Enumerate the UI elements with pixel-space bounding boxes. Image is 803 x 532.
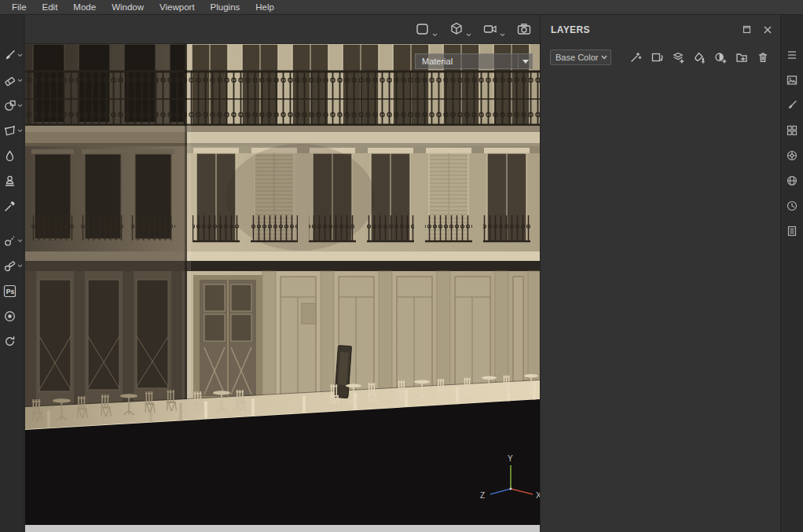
aperture-icon — [786, 149, 798, 162]
chevron-down-icon — [17, 264, 23, 268]
chevron-down-icon — [466, 33, 471, 37]
dock-tab-camera-settings[interactable] — [785, 149, 799, 163]
renderer-tool-button[interactable] — [0, 306, 24, 326]
dock-tab-environment-settings[interactable] — [785, 174, 799, 188]
chevron-down-icon — [518, 54, 532, 68]
delete-layer-button[interactable] — [757, 51, 769, 64]
add-folder-button[interactable] — [735, 51, 748, 64]
layers-panel-title: LAYERS — [551, 24, 731, 35]
paint-tool-button[interactable] — [0, 45, 24, 65]
channel-select-value: Base Color — [551, 53, 598, 62]
menu-edit[interactable]: Edit — [35, 0, 66, 15]
smudge-icon — [3, 149, 16, 163]
material-dropdown[interactable]: Material — [415, 53, 533, 69]
renderer-icon — [3, 310, 16, 323]
chevron-down-icon — [17, 104, 23, 108]
dock-tab-strip — [780, 15, 803, 532]
dock-tab-log[interactable] — [785, 224, 799, 238]
polygon-fill-tool-button[interactable] — [0, 120, 24, 141]
menu-window[interactable]: Window — [104, 0, 152, 15]
viewport-mesh-button[interactable] — [447, 20, 473, 39]
add-layer-button[interactable] — [672, 51, 684, 64]
paint-bucket-icon — [693, 51, 706, 64]
clone-tool-button[interactable] — [0, 171, 24, 191]
smart-material-icon — [714, 51, 727, 64]
float-panel-button[interactable] — [742, 24, 752, 35]
eraser-icon — [3, 74, 16, 87]
add-effect-button[interactable] — [629, 51, 642, 64]
add-smart-material-button[interactable] — [714, 51, 727, 64]
dock-tab-shader-settings[interactable] — [785, 98, 799, 112]
polygon-fill-icon — [3, 124, 16, 138]
particles-eraser-icon — [3, 259, 16, 273]
list-icon — [786, 49, 798, 61]
close-panel-button[interactable] — [763, 25, 772, 35]
cube-icon — [449, 21, 464, 37]
dock-tab-texture-set-settings[interactable] — [785, 73, 799, 87]
viewport-3d[interactable]: Y X Z Material — [25, 44, 540, 525]
particles-icon — [3, 234, 16, 248]
video-camera-icon — [482, 21, 498, 37]
eraser-tool-button[interactable] — [0, 70, 24, 90]
menu-mode[interactable]: Mode — [65, 0, 104, 15]
application-window: File Edit Mode Window Viewport Plugins H… — [0, 0, 803, 532]
dock-tab-texture-set-list[interactable] — [785, 48, 799, 62]
eyedropper-icon — [3, 200, 16, 213]
menu-file[interactable]: File — [4, 0, 35, 15]
photoshop-icon: Ps — [3, 284, 16, 298]
projection-icon — [3, 99, 16, 112]
add-mask-button[interactable] — [651, 51, 663, 64]
viewport-camera-button[interactable] — [481, 20, 507, 39]
particles-tool-button[interactable] — [0, 230, 24, 251]
magic-wand-icon — [629, 51, 642, 64]
rounded-rect-icon — [415, 21, 431, 37]
folder-plus-icon — [735, 51, 748, 64]
chevron-down-icon — [500, 33, 505, 37]
chevron-down-icon — [17, 79, 23, 83]
contextual-toolbar — [25, 15, 540, 44]
gizmo-y-label: Y — [508, 454, 513, 463]
menu-bar: File Edit Mode Window Viewport Plugins H… — [0, 0, 803, 15]
viewport-bottom-strip — [25, 525, 540, 532]
resources-updater-button[interactable] — [0, 331, 24, 351]
chevron-down-icon — [17, 239, 23, 243]
material-picker-tool-button[interactable] — [0, 196, 24, 216]
image-icon — [786, 74, 798, 86]
chevron-down-icon — [17, 53, 23, 57]
layer-actions — [629, 51, 769, 64]
grid-icon — [786, 124, 798, 137]
smudge-tool-button[interactable] — [0, 145, 24, 166]
add-fill-layer-button[interactable] — [693, 51, 706, 64]
trash-icon — [757, 51, 769, 64]
viewport-shape-button[interactable] — [413, 20, 439, 39]
layers-panel-header: LAYERS — [541, 15, 780, 44]
float-window-icon — [742, 24, 752, 35]
brush-icon — [3, 49, 16, 62]
close-icon — [763, 25, 772, 35]
projection-tool-button[interactable] — [0, 95, 24, 116]
refresh-icon — [3, 335, 16, 348]
mask-square-icon — [651, 51, 663, 64]
chevron-down-icon — [432, 33, 438, 37]
channel-select[interactable]: Base Color — [550, 50, 611, 65]
material-dropdown-value: Material — [416, 57, 518, 66]
viewport-scene: Y X Z — [25, 44, 540, 525]
tools-toolbar: Ps — [0, 15, 24, 532]
menu-help[interactable]: Help — [248, 0, 282, 15]
layers-list-empty[interactable] — [541, 71, 780, 532]
document-icon — [786, 225, 798, 237]
particles-eraser-tool-button[interactable] — [0, 255, 24, 276]
photoshop-plugin-button[interactable]: Ps — [0, 281, 24, 301]
menu-plugins[interactable]: Plugins — [203, 0, 248, 15]
layers-panel: LAYERS Base Color — [540, 15, 780, 532]
clone-stamp-icon — [3, 174, 16, 188]
screenshot-button[interactable] — [515, 20, 534, 39]
photo-camera-icon — [516, 21, 532, 37]
menu-viewport[interactable]: Viewport — [152, 0, 203, 15]
dock-tab-display-settings[interactable] — [785, 123, 799, 138]
layers-panel-toolbar: Base Color — [541, 44, 780, 71]
chevron-down-icon — [17, 129, 23, 133]
photoshop-label: Ps — [6, 288, 15, 295]
brush-icon — [786, 99, 798, 112]
dock-tab-history[interactable] — [785, 199, 799, 213]
